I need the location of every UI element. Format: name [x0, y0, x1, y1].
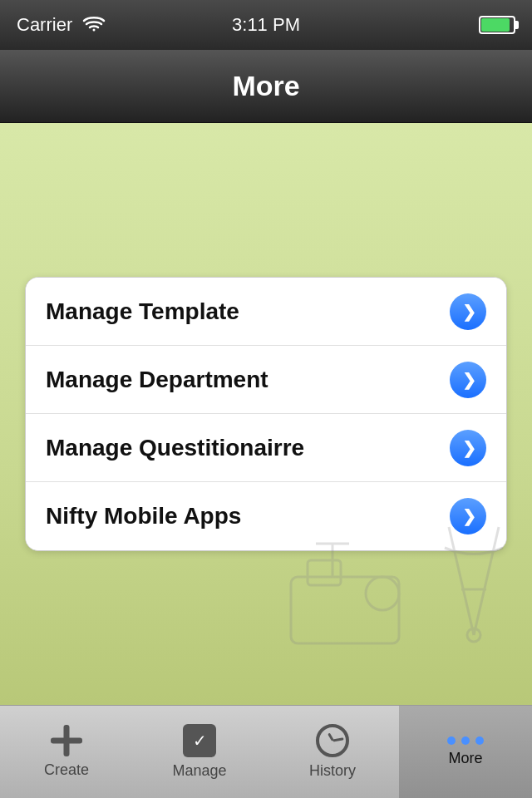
clock-hand-minute — [332, 737, 343, 741]
menu-item-manage-department-label: Manage Department — [46, 367, 268, 393]
menu-item-manage-template-chevron[interactable] — [450, 293, 486, 330]
svg-point-3 — [366, 577, 399, 610]
nav-bar: More — [0, 50, 532, 123]
dot-3 — [475, 736, 484, 745]
tab-create[interactable]: Create — [0, 706, 133, 798]
tab-bar: Create ✓ Manage History More — [0, 705, 532, 798]
svg-rect-1 — [291, 577, 399, 643]
time-display: 3:11 PM — [232, 14, 300, 36]
tab-create-label: Create — [44, 761, 89, 779]
wifi-icon — [82, 15, 106, 36]
tab-more-label: More — [448, 750, 482, 767]
svg-point-8 — [467, 628, 480, 642]
tab-manage-label: Manage — [172, 762, 226, 780]
menu-list: Manage Template Manage Department Manage… — [25, 277, 507, 551]
menu-item-manage-template-label: Manage Template — [46, 298, 239, 325]
tab-history-label: History — [309, 762, 356, 780]
battery-indicator — [479, 16, 515, 34]
manage-icon: ✓ — [183, 724, 216, 757]
menu-item-nifty-mobile-apps-label: Nifty Mobile Apps — [46, 503, 241, 530]
more-icon — [447, 736, 484, 745]
carrier-label: Carrier — [17, 14, 72, 36]
battery-fill — [481, 18, 510, 32]
create-icon — [51, 725, 82, 756]
menu-item-manage-questionnaire-label: Manage Questitionairre — [46, 435, 304, 461]
dot-1 — [447, 736, 456, 745]
menu-item-manage-department[interactable]: Manage Department — [26, 346, 506, 414]
tab-history[interactable]: History — [266, 706, 399, 798]
menu-item-nifty-mobile-apps[interactable]: Nifty Mobile Apps — [26, 482, 506, 550]
svg-point-0 — [93, 28, 96, 31]
dot-2 — [461, 736, 470, 745]
main-content: Manage Template Manage Department Manage… — [0, 123, 532, 705]
status-bar: Carrier 3:11 PM — [0, 0, 532, 50]
menu-item-manage-questionnaire[interactable]: Manage Questitionairre — [26, 414, 506, 482]
nav-title: More — [232, 70, 299, 102]
menu-item-manage-template[interactable]: Manage Template — [26, 278, 506, 346]
tab-more[interactable]: More — [399, 706, 532, 798]
history-icon — [316, 724, 349, 757]
battery-icon — [479, 16, 515, 34]
menu-item-nifty-mobile-apps-chevron[interactable] — [450, 498, 486, 534]
status-left: Carrier — [17, 14, 106, 36]
menu-item-manage-department-chevron[interactable] — [450, 362, 486, 398]
menu-item-manage-questionnaire-chevron[interactable] — [450, 430, 486, 466]
tab-manage[interactable]: ✓ Manage — [133, 706, 266, 798]
svg-rect-2 — [308, 560, 341, 585]
